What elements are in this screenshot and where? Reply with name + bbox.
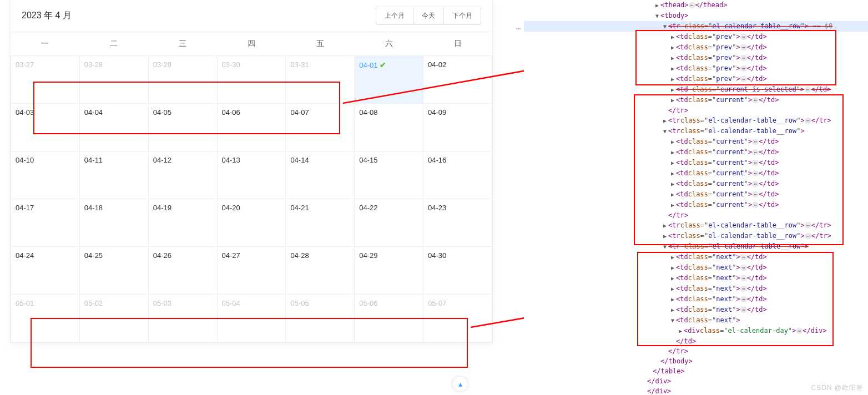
dom-tree-line[interactable]: ▶<td class="current">⋯</td>: [524, 200, 868, 210]
dom-tree-line[interactable]: ▶<td class="next">⋯</td>: [524, 273, 868, 283]
dom-tree-line[interactable]: ▶<td class="current is-selected">⋯</td>: [524, 84, 868, 95]
expand-caret-icon[interactable]: ▶: [677, 326, 684, 336]
calendar-cell[interactable]: 05-02: [79, 295, 148, 342]
dom-tree-line[interactable]: ▶<td class="prev">⋯</td>: [524, 53, 868, 63]
calendar-cell[interactable]: 04-10: [11, 151, 80, 199]
calendar-cell[interactable]: 04-20: [217, 199, 286, 247]
expand-caret-icon[interactable]: ▶: [669, 284, 676, 294]
calendar-cell[interactable]: 05-03: [148, 295, 217, 342]
dom-tree-line[interactable]: ▶<thead>⋯</thead>: [524, 0, 868, 11]
calendar-cell[interactable]: 04-27: [217, 247, 286, 295]
dom-tree-line[interactable]: ▶<td class="next">⋯</td>: [524, 283, 868, 294]
calendar-cell[interactable]: 04-03: [11, 104, 80, 151]
expand-caret-icon[interactable]: ▶: [662, 116, 668, 126]
expand-caret-icon[interactable]: ▶: [669, 137, 676, 147]
calendar-cell[interactable]: 03-29: [148, 56, 217, 104]
dom-tree-line[interactable]: ▼<tbody>: [524, 11, 868, 21]
next-month-button[interactable]: 下个月: [444, 7, 481, 24]
expand-caret-icon[interactable]: ▶: [669, 190, 676, 200]
expand-caret-icon[interactable]: ▶: [669, 179, 676, 189]
dom-tree-line[interactable]: ▼<tr class="el-calendar-table__row"> == …: [524, 21, 868, 32]
dom-tree-line[interactable]: </td>: [524, 336, 868, 346]
calendar-cell[interactable]: 03-30: [217, 56, 286, 104]
expand-caret-icon[interactable]: ▶: [669, 64, 676, 74]
calendar-cell[interactable]: 03-27: [11, 56, 80, 104]
dom-tree-line[interactable]: ▼<tr class="el-calendar-table__row">: [524, 241, 868, 252]
calendar-cell[interactable]: 05-05: [286, 295, 355, 342]
calendar-cell[interactable]: 04-15: [355, 151, 423, 199]
expand-caret-icon[interactable]: ▶: [669, 32, 676, 42]
dom-tree-line[interactable]: ▶<td class="current">⋯</td>: [524, 136, 868, 147]
dom-tree-line[interactable]: ▶<div class="el-calendar-day">⋯</div>: [524, 326, 868, 336]
calendar-cell[interactable]: 04-12: [148, 151, 217, 199]
calendar-cell[interactable]: 04-30: [423, 247, 492, 295]
calendar-cell[interactable]: 04-09: [423, 104, 492, 151]
collapse-caret-icon[interactable]: ▼: [662, 22, 668, 32]
expand-caret-icon[interactable]: ▶: [654, 1, 660, 11]
calendar-cell[interactable]: 04-17: [11, 199, 80, 247]
dom-tree-line[interactable]: ▶<td class="current">⋯</td>: [524, 189, 868, 200]
expand-caret-icon[interactable]: ▶: [669, 274, 676, 283]
expand-caret-icon[interactable]: ▶: [669, 263, 676, 273]
calendar-cell[interactable]: 04-05: [148, 104, 217, 151]
dom-tree-line[interactable]: ▼<td class="next">: [524, 315, 868, 326]
expand-caret-icon[interactable]: ▶: [669, 43, 676, 53]
calendar-cell[interactable]: 04-23: [423, 199, 492, 247]
today-button[interactable]: 今天: [413, 7, 444, 24]
calendar-cell[interactable]: 04-01✔: [355, 56, 423, 104]
dom-tree-line[interactable]: ▶<td class="prev">⋯</td>: [524, 42, 868, 53]
expand-caret-icon[interactable]: ▶: [669, 85, 676, 95]
expand-caret-icon[interactable]: ▶: [669, 200, 676, 210]
calendar-cell[interactable]: 04-02: [423, 56, 492, 104]
calendar-cell[interactable]: 04-08: [355, 104, 423, 151]
calendar-cell[interactable]: 04-07: [286, 104, 355, 151]
collapse-caret-icon[interactable]: ▼: [662, 126, 668, 136]
dom-tree-line[interactable]: </tr>: [524, 210, 868, 220]
calendar-cell[interactable]: 04-28: [286, 247, 355, 295]
calendar-cell[interactable]: 04-13: [217, 151, 286, 199]
calendar-cell[interactable]: 04-14: [286, 151, 355, 199]
dom-tree-line[interactable]: </tr>: [524, 346, 868, 356]
calendar-cell[interactable]: 04-06: [217, 104, 286, 151]
calendar-cell[interactable]: 05-06: [355, 295, 423, 342]
dom-tree-line[interactable]: </tbody>: [524, 356, 868, 366]
dom-tree-line[interactable]: ▶<tr class="el-calendar-table__row">⋯</t…: [524, 220, 868, 231]
devtools-elements-panel[interactable]: ⋯ ▶<thead>⋯</thead>▼<tbody>▼<tr class="e…: [524, 0, 868, 395]
calendar-cell[interactable]: 03-31: [286, 56, 355, 104]
calendar-cell[interactable]: 04-11: [79, 151, 148, 199]
dom-tree-line[interactable]: ▶<tr class="el-calendar-table__row">⋯</t…: [524, 115, 868, 126]
dom-tree-line[interactable]: </tr>: [524, 105, 868, 115]
dom-tree-line[interactable]: ▼<tr class="el-calendar-table__row">: [524, 126, 868, 136]
expand-caret-icon[interactable]: ▶: [669, 74, 676, 84]
dom-tree-line[interactable]: ▶<td class="current">⋯</td>: [524, 95, 868, 105]
calendar-cell[interactable]: 04-16: [423, 151, 492, 199]
dom-tree-line[interactable]: ▶<td class="next">⋯</td>: [524, 252, 868, 262]
calendar-cell[interactable]: 05-07: [423, 295, 492, 342]
dom-tree-line[interactable]: ▶<td class="next">⋯</td>: [524, 262, 868, 273]
calendar-cell[interactable]: 05-04: [217, 295, 286, 342]
calendar-cell[interactable]: 04-18: [79, 199, 148, 247]
calendar-cell[interactable]: 04-29: [355, 247, 423, 295]
dom-tree-line[interactable]: </table>: [524, 366, 868, 376]
dom-tree-line[interactable]: ▶<td class="prev">⋯</td>: [524, 63, 868, 74]
expand-caret-icon[interactable]: ▶: [669, 158, 676, 168]
collapse-caret-icon[interactable]: ▼: [662, 242, 668, 252]
calendar-cell[interactable]: 04-04: [79, 104, 148, 151]
calendar-cell[interactable]: 04-24: [11, 247, 80, 295]
calendar-cell[interactable]: 03-28: [79, 56, 148, 104]
expand-caret-icon[interactable]: ▶: [669, 252, 676, 262]
expand-caret-icon[interactable]: ▶: [669, 95, 676, 105]
dom-tree-line[interactable]: ▶<td class="current">⋯</td>: [524, 158, 868, 168]
dom-tree-line[interactable]: ▶<td class="current">⋯</td>: [524, 168, 868, 179]
dom-tree-line[interactable]: ▶<td class="next">⋯</td>: [524, 305, 868, 315]
collapse-caret-icon[interactable]: ▼: [669, 316, 676, 326]
dom-tree-line[interactable]: ▶<td class="prev">⋯</td>: [524, 74, 868, 84]
scroll-top-button[interactable]: ▴: [452, 376, 468, 392]
prev-month-button[interactable]: 上个月: [376, 7, 413, 24]
expand-caret-icon[interactable]: ▶: [669, 305, 676, 315]
calendar-cell[interactable]: 04-22: [355, 199, 423, 247]
dom-tree-line[interactable]: ▶<tr class="el-calendar-table__row">⋯</t…: [524, 231, 868, 241]
dom-tree-line[interactable]: ▶<td class="prev">⋯</td>: [524, 32, 868, 42]
expand-caret-icon[interactable]: ▶: [669, 295, 676, 305]
expand-caret-icon[interactable]: ▶: [662, 221, 668, 231]
